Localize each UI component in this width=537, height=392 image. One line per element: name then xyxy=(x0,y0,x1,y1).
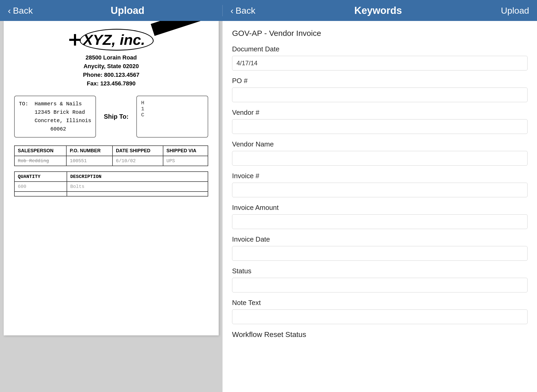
document-image-area: XYZ, inc. 28500 Lorain Road Anycity, Sta… xyxy=(0,21,222,392)
cell-quantity-1: 600 xyxy=(14,182,67,192)
ship-to-label: Ship To: xyxy=(101,96,131,138)
doc-type-label: GOV-AP - Vendor Invoice xyxy=(232,29,528,38)
workflow-reset-status-label: Workflow Reset Status xyxy=(232,330,528,339)
to-address-box: TO: Hammers & Nails 12345 Brick Road Con… xyxy=(14,96,96,138)
company-phone: Phone: 800.123.4567 xyxy=(83,70,139,79)
field-group-invoice-amount: Invoice Amount xyxy=(232,204,528,229)
label-invoice-amount: Invoice Amount xyxy=(232,204,528,212)
cell-shipped-via: UPS xyxy=(163,156,208,166)
right-panel-header: ‹ Back Keywords Upload xyxy=(222,5,537,16)
cell-date-shipped: 6/10/02 xyxy=(112,156,163,166)
back-chevron-icon-left: ‹ xyxy=(8,6,11,16)
col-quantity: QUANTITY xyxy=(14,172,67,182)
input-invoice-date[interactable] xyxy=(232,246,528,261)
to-ship-row: TO: Hammers & Nails 12345 Brick Road Con… xyxy=(14,96,208,138)
qty-table-row-1: 600 Bolts xyxy=(14,182,208,192)
field-group-vendor-name: Vendor Name xyxy=(232,140,528,166)
sales-table: SALESPERSON P.O. NUMBER DATE SHIPPED SHI… xyxy=(14,145,208,166)
input-vendor-number[interactable] xyxy=(232,119,528,134)
cell-salesperson: Rob Redding xyxy=(14,156,66,166)
field-group-po-number: PO # xyxy=(232,77,528,102)
field-group-invoice-date: Invoice Date xyxy=(232,235,528,261)
col-salesperson: SALESPERSON xyxy=(14,146,66,156)
keywords-title: Keywords xyxy=(354,5,402,16)
company-address1: 28500 Lorain Road xyxy=(83,53,139,62)
label-invoice-number: Invoice # xyxy=(232,172,528,180)
field-group-document-date: Document Date xyxy=(232,45,528,70)
upload-button-right[interactable]: Upload xyxy=(501,6,529,16)
back-button-left[interactable]: ‹ Back xyxy=(8,6,33,16)
company-fax: Fax: 123.456.7890 xyxy=(83,79,139,88)
cell-po-number: 100551 xyxy=(66,156,112,166)
app-header: ‹ Back Upload ‹ Back Keywords Upload xyxy=(0,0,537,21)
qty-table-header-row: QUANTITY DESCRIPTION xyxy=(14,172,208,182)
main-content: XYZ, inc. 28500 Lorain Road Anycity, Sta… xyxy=(0,21,537,392)
invoice-document: XYZ, inc. 28500 Lorain Road Anycity, Sta… xyxy=(4,21,219,335)
input-invoice-amount[interactable] xyxy=(232,214,528,229)
label-document-date: Document Date xyxy=(232,45,528,53)
company-address: 28500 Lorain Road Anycity, State 02020 P… xyxy=(83,53,139,88)
cell-quantity-2 xyxy=(14,192,67,196)
document-panel: XYZ, inc. 28500 Lorain Road Anycity, Sta… xyxy=(0,21,222,392)
company-name: XYZ, inc. xyxy=(83,31,145,48)
upload-title: Upload xyxy=(111,5,144,16)
qty-table: QUANTITY DESCRIPTION 600 Bolts xyxy=(14,171,208,197)
diagonal-mark xyxy=(145,26,213,47)
input-document-date[interactable] xyxy=(232,56,528,70)
invoice-header: XYZ, inc. 28500 Lorain Road Anycity, Sta… xyxy=(14,29,208,88)
sales-table-header-row: SALESPERSON P.O. NUMBER DATE SHIPPED SHI… xyxy=(14,146,208,156)
keywords-header-inner: ‹ Back Keywords Upload xyxy=(230,5,537,16)
ship-to-box: H1C xyxy=(136,96,208,138)
qty-table-row-2 xyxy=(14,192,208,196)
col-description: DESCRIPTION xyxy=(67,172,208,182)
label-status: Status xyxy=(232,267,528,275)
company-logo-area: XYZ, inc. xyxy=(69,29,154,51)
col-date-shipped: DATE SHIPPED xyxy=(112,146,163,156)
input-vendor-name[interactable] xyxy=(232,151,528,166)
to-address-text: TO: Hammers & Nails 12345 Brick Road Con… xyxy=(19,101,91,132)
sales-table-row: Rob Redding 100551 6/10/02 UPS xyxy=(14,156,208,166)
input-invoice-number[interactable] xyxy=(232,183,528,197)
back-button-right[interactable]: ‹ Back xyxy=(230,6,255,16)
label-po-number: PO # xyxy=(232,77,528,85)
input-status[interactable] xyxy=(232,278,528,292)
field-group-status: Status xyxy=(232,267,528,292)
col-shipped-via: SHIPPED VIA xyxy=(163,146,208,156)
svg-rect-0 xyxy=(151,21,219,36)
left-panel-header: ‹ Back Upload xyxy=(0,5,222,16)
company-icon xyxy=(69,34,81,46)
field-group-note-text: Note Text xyxy=(232,299,528,324)
input-note-text[interactable] xyxy=(232,309,528,324)
field-group-invoice-number: Invoice # xyxy=(232,172,528,197)
ship-to-content: H1C xyxy=(141,100,203,118)
col-po-number: P.O. NUMBER xyxy=(66,146,112,156)
company-address2: Anycity, State 02020 xyxy=(83,62,139,70)
upload-title-area: Upload xyxy=(33,5,222,16)
field-group-vendor-number: Vendor # xyxy=(232,108,528,134)
label-note-text: Note Text xyxy=(232,299,528,307)
back-chevron-icon-right: ‹ xyxy=(230,6,233,16)
label-invoice-date: Invoice Date xyxy=(232,235,528,243)
label-vendor-number: Vendor # xyxy=(232,108,528,117)
back-label-right: Back xyxy=(235,6,255,16)
sales-table-section: SALESPERSON P.O. NUMBER DATE SHIPPED SHI… xyxy=(14,145,208,166)
cell-description-2 xyxy=(67,192,208,196)
input-po-number[interactable] xyxy=(232,88,528,102)
back-label-left: Back xyxy=(13,6,33,16)
keywords-panel: GOV-AP - Vendor Invoice Document Date PO… xyxy=(222,21,537,392)
qty-table-section: QUANTITY DESCRIPTION 600 Bolts xyxy=(14,171,208,197)
svg-rect-2 xyxy=(69,39,81,41)
label-vendor-name: Vendor Name xyxy=(232,140,528,148)
cell-description-1: Bolts xyxy=(67,182,208,192)
